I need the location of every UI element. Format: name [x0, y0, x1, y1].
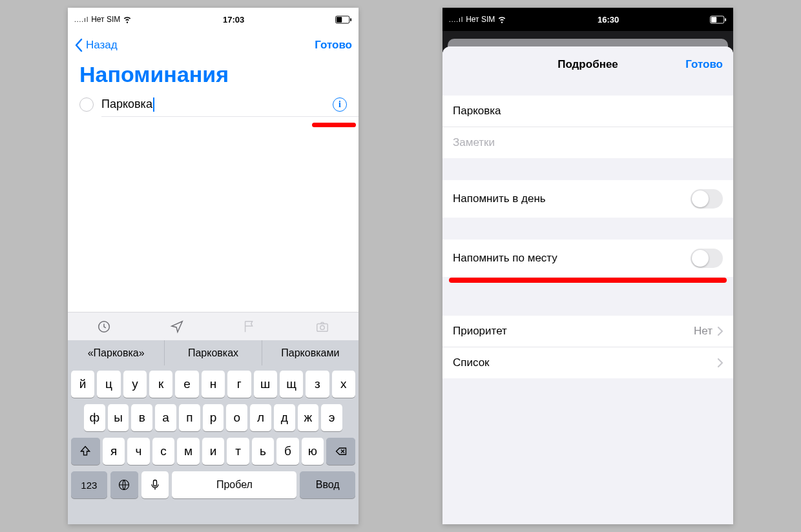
list-label: Список [453, 356, 490, 369]
battery-icon [335, 15, 352, 24]
key[interactable]: х [332, 371, 355, 398]
carrier-text: Нет SIM [91, 15, 120, 24]
priority-label: Приоритет [453, 325, 507, 338]
shift-key[interactable] [71, 438, 100, 465]
key[interactable]: л [250, 404, 271, 431]
notes-placeholder: Заметки [453, 136, 495, 149]
title-value: Парковка [453, 105, 501, 118]
key[interactable]: о [226, 404, 247, 431]
sheet-title: Подробнее [557, 58, 618, 71]
remind-location-toggle[interactable] [691, 249, 723, 268]
numbers-key[interactable]: 123 [71, 471, 107, 498]
key[interactable]: а [155, 404, 176, 431]
priority-list-group: Приоритет Нет Список [442, 316, 733, 378]
key[interactable]: к [149, 371, 172, 398]
key[interactable]: у [123, 371, 147, 398]
location-icon[interactable] [141, 312, 214, 340]
nav-bar: Назад Готово [68, 31, 359, 59]
list-cell[interactable]: Список [442, 347, 733, 378]
key[interactable]: ф [84, 404, 105, 431]
mic-key[interactable] [141, 471, 169, 498]
space-key[interactable]: Пробел [172, 471, 296, 498]
spacer [442, 218, 733, 240]
key[interactable]: ы [108, 404, 129, 431]
reminder-text-input[interactable]: Парковка [101, 97, 333, 112]
key[interactable]: ж [298, 404, 319, 431]
key[interactable]: ц [97, 371, 120, 398]
key[interactable]: й [71, 371, 94, 398]
key[interactable]: г [227, 371, 251, 398]
text-cursor [153, 97, 154, 112]
spacer [442, 83, 733, 96]
key[interactable]: т [227, 438, 249, 465]
wifi-icon [497, 15, 506, 24]
keyboard-row-2: ф ы в а п р о л д ж э [70, 404, 357, 431]
reminder-checkbox[interactable] [79, 97, 94, 112]
suggestion-3[interactable]: Парковками [262, 340, 359, 365]
key[interactable]: э [321, 404, 342, 431]
separator [101, 116, 359, 117]
key[interactable]: д [274, 404, 295, 431]
done-button[interactable]: Готово [315, 39, 352, 52]
reminder-toolbar [68, 312, 359, 340]
key[interactable]: ь [252, 438, 274, 465]
annotation-underline [312, 123, 356, 127]
keyboard: й ц у к е н г ш щ з х ф ы в а п р о л д … [68, 365, 359, 524]
status-bar: ....ıl Нет SIM 17:03 [68, 8, 359, 31]
signal-icon: ....ıl [74, 16, 88, 23]
key[interactable]: щ [280, 371, 303, 398]
key[interactable]: с [152, 438, 174, 465]
key[interactable]: е [175, 371, 198, 398]
status-left: ....ıl Нет SIM [449, 15, 506, 24]
key[interactable]: ч [127, 438, 149, 465]
flag-icon[interactable] [213, 312, 286, 340]
enter-key[interactable]: Ввод [300, 471, 355, 498]
camera-icon[interactable] [286, 312, 359, 340]
globe-key[interactable] [110, 471, 138, 498]
status-time: 17:03 [223, 15, 244, 25]
key[interactable]: б [276, 438, 298, 465]
key[interactable]: и [202, 438, 224, 465]
back-button[interactable]: Назад [74, 38, 118, 52]
suggestion-1[interactable]: «Парковка» [68, 340, 165, 365]
svg-rect-1 [337, 17, 342, 22]
spacer [442, 277, 733, 316]
svg-rect-9 [711, 17, 716, 22]
key[interactable]: з [306, 371, 329, 398]
chevron-right-icon [718, 327, 723, 336]
remind-day-label: Напомнить в день [453, 192, 546, 205]
title-cell[interactable]: Парковка [442, 96, 733, 127]
key[interactable]: я [103, 438, 125, 465]
wifi-icon [123, 15, 132, 24]
remind-location-cell[interactable]: Напомнить по месту [442, 240, 733, 277]
status-left: ....ıl Нет SIM [74, 15, 132, 24]
sheet-header: Подробнее Готово [442, 46, 733, 83]
notes-cell[interactable]: Заметки [442, 127, 733, 158]
page-title: Напоминания [68, 59, 359, 92]
key[interactable]: в [131, 404, 152, 431]
info-icon[interactable]: i [333, 97, 347, 112]
key[interactable]: м [177, 438, 199, 465]
reminders-screen: ....ıl Нет SIM 17:03 Назад Готово Напоми… [68, 8, 359, 524]
spacer [442, 158, 733, 180]
key[interactable]: н [202, 371, 225, 398]
backspace-key[interactable] [326, 438, 355, 465]
done-button[interactable]: Готово [685, 58, 723, 71]
priority-cell[interactable]: Приоритет Нет [442, 316, 733, 347]
svg-point-5 [320, 325, 324, 329]
key[interactable]: р [203, 404, 224, 431]
key[interactable]: п [179, 404, 200, 431]
remind-location-label: Напомнить по месту [453, 252, 557, 265]
keyboard-suggestions: «Парковка» Парковках Парковками [68, 340, 359, 365]
key[interactable]: ю [302, 438, 324, 465]
back-label: Назад [86, 39, 118, 52]
key[interactable]: ш [254, 371, 277, 398]
battery-icon [710, 15, 727, 24]
clock-icon[interactable] [68, 312, 141, 340]
remind-day-cell[interactable]: Напомнить в день [442, 180, 733, 218]
reminder-item[interactable]: Парковка i [68, 92, 359, 117]
title-group: Парковка Заметки [442, 96, 733, 158]
suggestion-2[interactable]: Парковках [165, 340, 262, 365]
svg-rect-2 [350, 18, 351, 21]
remind-day-toggle[interactable] [691, 189, 723, 209]
